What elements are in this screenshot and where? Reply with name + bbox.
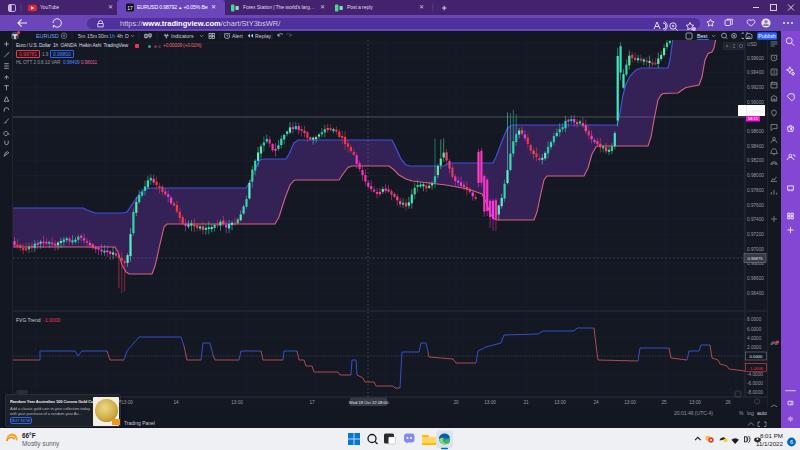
svg-text:20: 20: [453, 400, 459, 405]
svg-text:8.0000: 8.0000: [747, 317, 762, 322]
svg-text:4.0000: 4.0000: [747, 336, 762, 341]
svg-text:-1.0000: -1.0000: [749, 366, 764, 371]
svg-text:0.98200: 0.98200: [747, 158, 764, 163]
svg-text:0.97600: 0.97600: [747, 203, 764, 208]
svg-text:EURUSD: EURUSD: [36, 33, 59, 39]
svg-text:0.96600: 0.96600: [747, 276, 764, 281]
svg-text:26: 26: [725, 400, 731, 405]
svg-text:0.97000: 0.97000: [747, 247, 764, 252]
svg-text:Best: Best: [697, 33, 708, 39]
svg-text:13:00: 13:00: [624, 400, 636, 405]
svg-text:13:00: 13:00: [231, 400, 243, 405]
svg-text:25: 25: [661, 400, 667, 405]
svg-text:Mostly sunny: Mostly sunny: [22, 440, 60, 448]
svg-text:13:00: 13:00: [554, 400, 566, 405]
svg-text:58:15: 58:15: [748, 116, 759, 121]
svg-text:0.98000: 0.98000: [747, 173, 764, 178]
svg-text:0.98792: 0.98792: [748, 109, 764, 114]
svg-text:5m: 5m: [78, 33, 85, 39]
svg-text:0.99200: 0.99200: [747, 85, 764, 90]
svg-text:13:00: 13:00: [689, 400, 701, 405]
svg-text:0.98400: 0.98400: [747, 144, 764, 149]
svg-text:21: 21: [523, 400, 529, 405]
svg-text:13:00: 13:00: [121, 400, 133, 405]
svg-text:0.99600: 0.99600: [747, 56, 764, 61]
svg-text:30m: 30m: [98, 33, 108, 39]
svg-text:66°F: 66°F: [22, 432, 36, 439]
svg-text:D: D: [125, 33, 129, 39]
svg-text:0.97400: 0.97400: [747, 217, 764, 222]
svg-text:Alert: Alert: [232, 33, 243, 39]
svg-text:6: 6: [790, 439, 793, 445]
svg-text:0.97200: 0.97200: [747, 232, 764, 237]
svg-text:6.0000: 6.0000: [747, 327, 762, 332]
svg-text:0.96400: 0.96400: [747, 291, 764, 296]
svg-text:Indicators: Indicators: [171, 33, 194, 39]
svg-text:0.99400: 0.99400: [747, 70, 764, 75]
svg-text:0.96875: 0.96875: [747, 256, 763, 261]
svg-text:11/1/2022: 11/1/2022: [756, 440, 784, 447]
svg-text:14: 14: [173, 400, 179, 405]
svg-text:13:00: 13:00: [484, 400, 496, 405]
svg-text:0.97800: 0.97800: [747, 188, 764, 193]
svg-text:USD: USD: [747, 42, 758, 47]
svg-text:2.0000: 2.0000: [747, 345, 762, 350]
svg-text:-4.0000: -4.0000: [747, 372, 763, 377]
svg-text:0.99000: 0.99000: [747, 100, 764, 105]
svg-text:17: 17: [309, 400, 315, 405]
svg-text:4h: 4h: [117, 33, 123, 39]
svg-text:-6.0000: -6.0000: [747, 381, 763, 386]
svg-text:15m: 15m: [87, 33, 97, 39]
svg-text:0.0000: 0.0000: [750, 354, 763, 359]
svg-text:Wed 19 Oct 22 08:00: Wed 19 Oct 22 08:00: [349, 400, 389, 405]
svg-text:24: 24: [593, 400, 599, 405]
svg-text:Replay: Replay: [255, 33, 272, 39]
svg-text:-8.0000: -8.0000: [747, 390, 763, 395]
svg-text:Publish: Publish: [758, 33, 776, 39]
svg-text:1h: 1h: [109, 33, 115, 39]
svg-text:17: 17: [127, 5, 133, 11]
svg-text:0.98600: 0.98600: [747, 129, 764, 134]
svg-text:8:01 PM: 8:01 PM: [760, 432, 783, 439]
